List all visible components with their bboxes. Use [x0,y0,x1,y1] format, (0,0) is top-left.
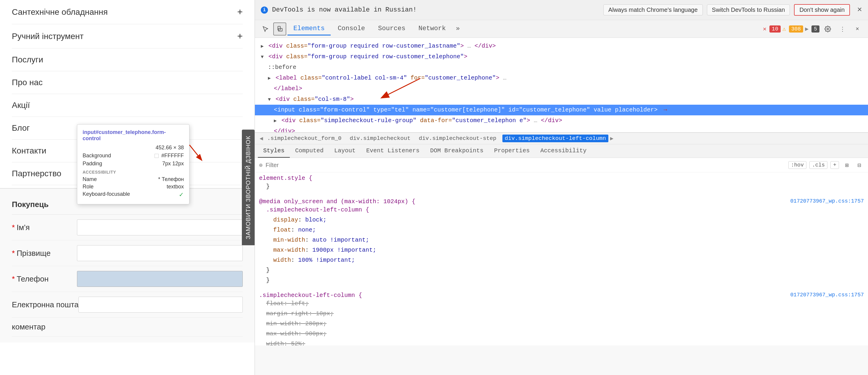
breadcrumb-item-left-column[interactable]: div.simplecheckout-left-column [502,135,608,142]
info-count-badge: 5 [811,26,819,33]
warn-count-badge: 308 [789,26,803,33]
form-section: Покупець *Ім'я *Прізвище *Телефон Електр… [0,188,255,342]
form-row-surname: *Прізвище [12,240,243,266]
dom-line[interactable]: ▼ <div class="form-group required row-cu… [255,52,868,62]
tab-more[interactable]: » [453,23,463,35]
field-label-phone: *Телефон [12,274,77,284]
tab-properties[interactable]: Properties [489,144,535,158]
dom-line[interactable]: ::before [255,62,868,73]
keyboard-focusable-check-icon: ✓ [179,191,184,198]
more-options-icon[interactable]: ⋮ [836,23,849,35]
required-star: * [12,223,15,232]
filter-hov-btn[interactable]: :hov [788,161,806,169]
devtools-close-icon[interactable]: × [851,23,864,35]
tab-accessibility[interactable]: Accessibility [535,144,592,158]
nav-item-akcii[interactable]: Акції [12,94,243,117]
dom-line[interactable]: ▶ <div class="form-group required row-cu… [255,41,868,52]
filter-input[interactable] [266,162,785,169]
svg-point-4 [827,28,829,30]
nav-item-instrument[interactable]: Ручний інструмент + [12,24,243,48]
nav-item-label: Партнерство [12,169,61,178]
nav-item-label: Блог [12,123,30,133]
new-style-rule-icon[interactable]: ⊟ [855,160,864,170]
nav-item-pro-nas[interactable]: Про нас [12,71,243,94]
tab-sources[interactable]: Sources [372,23,411,35]
expand-arrow[interactable]: ▶ [261,44,264,49]
css-rules: element.style { } @media only_screen and… [255,172,868,345]
nav-item-label: Акції [12,101,30,110]
filter-bar: ⊕ :hov .cls + ⊞ ⊟ [255,158,868,172]
styles-panel: Styles Computed Layout Event Listeners D… [255,144,868,345]
settings-icon[interactable] [821,23,834,35]
required-star: * [12,249,15,258]
tab-elements[interactable]: Elements [287,23,331,35]
dom-line[interactable]: </div> [255,126,868,133]
tab-styles[interactable]: Styles [258,144,290,158]
toolbar-right-icons: ✕ 10 ⚠ 308 ▶ 5 ⋮ × [763,23,864,35]
warn-count-icon: ⚠ [782,25,786,33]
tab-dom-breakpoints[interactable]: DOM Breakpoints [425,144,489,158]
breadcrumb-item-step[interactable]: div.simplecheckout-step [416,135,499,142]
tab-event-listeners[interactable]: Event Listeners [361,144,425,158]
css-rule-media: @media only_screen and (max-width: 1024p… [259,196,864,285]
expand-arrow[interactable]: ▼ [261,55,264,60]
input-name[interactable] [77,219,243,235]
dom-line[interactable]: ▶ <label class="control-label col-sm-4" … [255,73,868,83]
side-tab-callback[interactable]: ЗАМОВИТИ ЗВОРОТНІЙ ДЗВІНОК [242,130,255,245]
css-source[interactable]: 01720773967_wp.css:1757 [790,198,864,205]
tab-layout[interactable]: Layout [329,144,361,158]
expand-arrow[interactable]: ▼ [268,97,271,102]
dom-line-input[interactable]: <input class="form-control" type="tel" n… [255,105,868,115]
devtools-toolbar: Elements Console Sources Network » ✕ 10 … [255,20,868,38]
copy-style-icon[interactable]: ⊞ [842,160,851,170]
close-icon[interactable]: × [857,5,862,14]
expand-arrow[interactable]: ▶ [274,118,277,124]
device-toolbar-icon[interactable] [273,23,286,35]
expand-icon: + [237,6,243,18]
field-label-surname: *Прізвище [12,249,77,258]
dom-line[interactable]: ▼ <div class="col-sm-8"> [255,94,868,105]
dom-line[interactable]: ▶ <div class="simplecheckout-rule-group"… [255,115,868,126]
css-source[interactable]: 01720773967_wp.css:1757 [790,292,864,299]
breadcrumb-arrow: ◀ [260,135,263,142]
css-rule-header: @media only_screen and (max-width: 1024p… [259,198,864,205]
switch-to-russian-button[interactable]: Switch DevTools to Russian [707,4,790,15]
expand-arrow[interactable]: ▶ [268,76,271,81]
css-rule-header: .simplecheckout-left-column { 0172077396… [259,292,864,299]
css-prop-close2: } [259,275,864,285]
nav-item-sантехника[interactable]: Сантехнічне обладнання + [12,0,243,24]
breadcrumb-item-simplecheckout[interactable]: div.simplecheckout [347,135,413,142]
nav-item-label: Ручний інструмент [12,32,84,41]
filter-add-btn[interactable]: + [830,161,839,169]
devtools-panel: i DevTools is now available in Russian! … [255,0,868,375]
nav-item-label: Контакти [12,146,46,156]
dom-line[interactable]: </label> [255,83,868,94]
inspect-element-icon[interactable] [259,23,272,35]
devtools-banner: i DevTools is now available in Russian! … [255,0,868,20]
css-prop-float-struck: float: left; [259,299,864,309]
tab-network[interactable]: Network [412,23,452,35]
breadcrumb-item-form[interactable]: .simplecheckout_form_0 [265,135,344,142]
nav-item-label: Сантехнічне обладнання [12,7,108,17]
filter-cls-btn[interactable]: .cls [809,161,828,169]
always-match-language-button[interactable]: Always match Chrome's language [603,4,703,15]
field-label-email: Електронна пошта [12,300,79,309]
input-phone[interactable] [77,271,243,287]
expand-icon: + [237,31,243,42]
css-prop-margin-right-struck: margin-right: 10px; [259,309,864,319]
dont-show-again-button[interactable]: Don't show again [794,4,850,16]
css-prop-float: float: none; [259,225,864,235]
tooltip-accessibility-label: ACCESSIBILITY [83,170,184,174]
input-email[interactable] [79,297,243,313]
nav-item-poslugy[interactable]: Послуги [12,48,243,71]
input-surname[interactable] [77,245,243,261]
form-row-name: *Ім'я [12,215,243,240]
css-prop-width: width: 100% !important; [259,255,864,265]
breadcrumb-bar: ◀ .simplecheckout_form_0 div.simplecheck… [255,133,868,144]
css-prop-display: display: block; [259,215,864,225]
css-prop-close1: } [259,265,864,275]
tab-console[interactable]: Console [332,23,371,35]
tab-computed[interactable]: Computed [290,144,329,158]
css-rule-simplecheckout: .simplecheckout-left-column { 0172077396… [259,289,864,345]
css-prop-min-width-struck: min-width: 280px; [259,319,864,329]
